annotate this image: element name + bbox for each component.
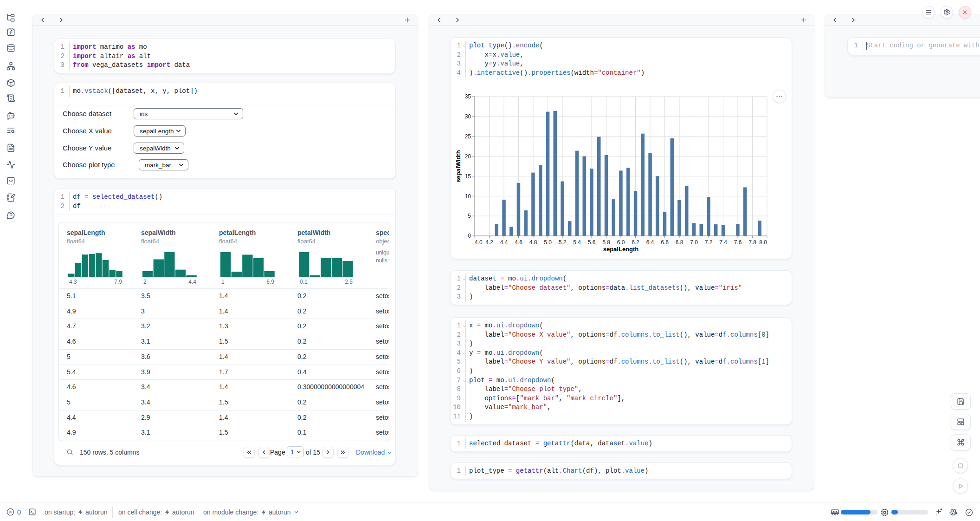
svg-text:5: 5 bbox=[468, 213, 471, 219]
svg-text:7.8: 7.8 bbox=[748, 239, 756, 246]
svg-text:4.4: 4.4 bbox=[500, 239, 508, 246]
svg-text:7.0: 7.0 bbox=[690, 239, 698, 246]
svg-text:4.0: 4.0 bbox=[475, 239, 483, 246]
svg-text:4.8: 4.8 bbox=[529, 239, 537, 246]
svg-text:20: 20 bbox=[465, 153, 471, 160]
svg-text:6.0: 6.0 bbox=[617, 239, 625, 246]
svg-text:4.6: 4.6 bbox=[515, 239, 522, 246]
svg-text:7.6: 7.6 bbox=[734, 239, 742, 246]
svg-text:6.8: 6.8 bbox=[676, 239, 683, 246]
svg-text:4.2: 4.2 bbox=[485, 239, 493, 246]
svg-text:8.0: 8.0 bbox=[759, 239, 767, 246]
svg-text:15: 15 bbox=[465, 173, 471, 180]
svg-text:5.0: 5.0 bbox=[544, 239, 552, 246]
svg-text:7.4: 7.4 bbox=[719, 239, 727, 246]
svg-text:6.4: 6.4 bbox=[646, 239, 654, 246]
svg-text:0: 0 bbox=[468, 233, 471, 239]
svg-text:sepalLength: sepalLength bbox=[603, 246, 639, 253]
svg-text:5.4: 5.4 bbox=[573, 239, 581, 246]
svg-text:6.6: 6.6 bbox=[661, 239, 669, 246]
svg-text:25: 25 bbox=[465, 133, 471, 140]
svg-text:5.6: 5.6 bbox=[588, 239, 596, 246]
svg-text:5.8: 5.8 bbox=[602, 239, 610, 246]
svg-text:10: 10 bbox=[465, 193, 471, 200]
svg-text:sepalWidth: sepalWidth bbox=[455, 150, 462, 182]
svg-text:7.2: 7.2 bbox=[705, 239, 713, 246]
svg-text:35: 35 bbox=[465, 93, 471, 100]
svg-text:5.2: 5.2 bbox=[559, 239, 567, 246]
svg-text:6.2: 6.2 bbox=[632, 239, 639, 246]
svg-text:30: 30 bbox=[465, 113, 471, 120]
